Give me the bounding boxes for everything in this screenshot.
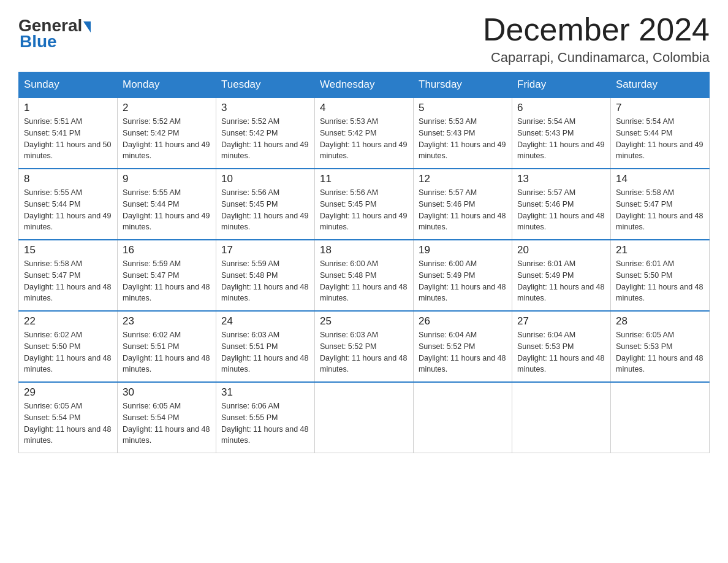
week-row-5: 29Sunrise: 6:05 AMSunset: 5:54 PMDayligh… <box>19 382 710 453</box>
month-title: December 2024 <box>483 12 710 47</box>
day-number: 20 <box>517 244 605 256</box>
day-info: Sunrise: 5:59 AMSunset: 5:47 PMDaylight:… <box>123 258 211 304</box>
week-row-2: 8Sunrise: 5:55 AMSunset: 5:44 PMDaylight… <box>19 169 710 240</box>
day-info: Sunrise: 5:52 AMSunset: 5:42 PMDaylight:… <box>123 116 211 162</box>
day-info: Sunrise: 6:05 AMSunset: 5:54 PMDaylight:… <box>123 400 211 446</box>
day-number: 17 <box>221 244 309 256</box>
day-number: 19 <box>419 244 507 256</box>
day-info: Sunrise: 6:00 AMSunset: 5:49 PMDaylight:… <box>419 258 507 304</box>
day-cell-31: 31Sunrise: 6:06 AMSunset: 5:55 PMDayligh… <box>216 382 315 453</box>
day-number: 31 <box>221 386 309 399</box>
day-number: 1 <box>24 102 112 114</box>
day-info: Sunrise: 6:03 AMSunset: 5:52 PMDaylight:… <box>320 329 408 375</box>
day-number: 29 <box>24 386 112 399</box>
day-cell-17: 17Sunrise: 5:59 AMSunset: 5:48 PMDayligh… <box>216 240 315 311</box>
day-cell-29: 29Sunrise: 6:05 AMSunset: 5:54 PMDayligh… <box>19 382 118 453</box>
title-block: December 2024 Caparrapi, Cundinamarca, C… <box>483 12 710 66</box>
day-cell-28: 28Sunrise: 6:05 AMSunset: 5:53 PMDayligh… <box>611 311 710 382</box>
day-cell-9: 9Sunrise: 5:55 AMSunset: 5:44 PMDaylight… <box>118 169 216 240</box>
day-info: Sunrise: 5:53 AMSunset: 5:42 PMDaylight:… <box>320 116 408 162</box>
day-cell-22: 22Sunrise: 6:02 AMSunset: 5:50 PMDayligh… <box>19 311 118 382</box>
logo: General Blue <box>18 17 91 52</box>
day-info: Sunrise: 5:54 AMSunset: 5:43 PMDaylight:… <box>517 116 605 162</box>
day-info: Sunrise: 5:51 AMSunset: 5:41 PMDaylight:… <box>24 116 112 162</box>
day-info: Sunrise: 5:58 AMSunset: 5:47 PMDaylight:… <box>616 187 704 233</box>
day-number: 24 <box>221 315 309 327</box>
day-info: Sunrise: 5:59 AMSunset: 5:48 PMDaylight:… <box>221 258 309 304</box>
day-header-saturday: Saturday <box>611 72 710 98</box>
day-header-thursday: Thursday <box>414 72 512 98</box>
day-info: Sunrise: 5:57 AMSunset: 5:46 PMDaylight:… <box>419 187 507 233</box>
day-header-sunday: Sunday <box>19 72 118 98</box>
day-cell-3: 3Sunrise: 5:52 AMSunset: 5:42 PMDaylight… <box>216 98 315 169</box>
day-info: Sunrise: 5:57 AMSunset: 5:46 PMDaylight:… <box>517 187 605 233</box>
day-cell-6: 6Sunrise: 5:54 AMSunset: 5:43 PMDaylight… <box>512 98 611 169</box>
calendar-table: SundayMondayTuesdayWednesdayThursdayFrid… <box>18 72 710 453</box>
day-number: 27 <box>517 315 605 327</box>
day-info: Sunrise: 6:02 AMSunset: 5:50 PMDaylight:… <box>24 329 112 375</box>
day-cell-21: 21Sunrise: 6:01 AMSunset: 5:50 PMDayligh… <box>611 240 710 311</box>
day-info: Sunrise: 5:56 AMSunset: 5:45 PMDaylight:… <box>320 187 408 233</box>
day-info: Sunrise: 6:06 AMSunset: 5:55 PMDaylight:… <box>221 400 309 446</box>
day-info: Sunrise: 6:04 AMSunset: 5:52 PMDaylight:… <box>419 329 507 375</box>
day-cell-13: 13Sunrise: 5:57 AMSunset: 5:46 PMDayligh… <box>512 169 611 240</box>
day-cell-1: 1Sunrise: 5:51 AMSunset: 5:41 PMDaylight… <box>19 98 118 169</box>
day-cell-5: 5Sunrise: 5:53 AMSunset: 5:43 PMDaylight… <box>414 98 512 169</box>
week-row-3: 15Sunrise: 5:58 AMSunset: 5:47 PMDayligh… <box>19 240 710 311</box>
day-info: Sunrise: 5:53 AMSunset: 5:43 PMDaylight:… <box>419 116 507 162</box>
day-info: Sunrise: 6:01 AMSunset: 5:49 PMDaylight:… <box>517 258 605 304</box>
day-number: 10 <box>221 173 309 185</box>
day-cell-8: 8Sunrise: 5:55 AMSunset: 5:44 PMDaylight… <box>19 169 118 240</box>
day-info: Sunrise: 6:05 AMSunset: 5:53 PMDaylight:… <box>616 329 704 375</box>
day-number: 5 <box>419 102 507 114</box>
day-cell-24: 24Sunrise: 6:03 AMSunset: 5:51 PMDayligh… <box>216 311 315 382</box>
day-number: 2 <box>123 102 211 114</box>
day-cell-7: 7Sunrise: 5:54 AMSunset: 5:44 PMDaylight… <box>611 98 710 169</box>
week-row-4: 22Sunrise: 6:02 AMSunset: 5:50 PMDayligh… <box>19 311 710 382</box>
day-number: 7 <box>616 102 704 114</box>
day-cell-27: 27Sunrise: 6:04 AMSunset: 5:53 PMDayligh… <box>512 311 611 382</box>
day-cell-20: 20Sunrise: 6:01 AMSunset: 5:49 PMDayligh… <box>512 240 611 311</box>
day-info: Sunrise: 6:00 AMSunset: 5:48 PMDaylight:… <box>320 258 408 304</box>
day-number: 18 <box>320 244 408 256</box>
day-cell-4: 4Sunrise: 5:53 AMSunset: 5:42 PMDaylight… <box>315 98 414 169</box>
day-number: 23 <box>123 315 211 327</box>
day-cell-26: 26Sunrise: 6:04 AMSunset: 5:52 PMDayligh… <box>414 311 512 382</box>
day-number: 6 <box>517 102 605 114</box>
day-number: 12 <box>419 173 507 185</box>
day-number: 11 <box>320 173 408 185</box>
page-header: General Blue December 2024 Caparrapi, Cu… <box>18 12 710 66</box>
logo-blue-text: Blue <box>20 32 57 52</box>
day-cell-30: 30Sunrise: 6:05 AMSunset: 5:54 PMDayligh… <box>118 382 216 453</box>
day-cell-14: 14Sunrise: 5:58 AMSunset: 5:47 PMDayligh… <box>611 169 710 240</box>
day-number: 14 <box>616 173 704 185</box>
day-headers-row: SundayMondayTuesdayWednesdayThursdayFrid… <box>19 72 710 98</box>
day-cell-15: 15Sunrise: 5:58 AMSunset: 5:47 PMDayligh… <box>19 240 118 311</box>
day-number: 30 <box>123 386 211 399</box>
day-cell-12: 12Sunrise: 5:57 AMSunset: 5:46 PMDayligh… <box>414 169 512 240</box>
empty-cell <box>315 382 414 453</box>
day-info: Sunrise: 5:55 AMSunset: 5:44 PMDaylight:… <box>123 187 211 233</box>
day-cell-25: 25Sunrise: 6:03 AMSunset: 5:52 PMDayligh… <box>315 311 414 382</box>
day-cell-16: 16Sunrise: 5:59 AMSunset: 5:47 PMDayligh… <box>118 240 216 311</box>
day-number: 15 <box>24 244 112 256</box>
day-header-wednesday: Wednesday <box>315 72 414 98</box>
day-info: Sunrise: 5:55 AMSunset: 5:44 PMDaylight:… <box>24 187 112 233</box>
location-title: Caparrapi, Cundinamarca, Colombia <box>483 50 710 66</box>
day-info: Sunrise: 6:05 AMSunset: 5:54 PMDaylight:… <box>24 400 112 446</box>
day-info: Sunrise: 6:03 AMSunset: 5:51 PMDaylight:… <box>221 329 309 375</box>
day-info: Sunrise: 6:04 AMSunset: 5:53 PMDaylight:… <box>517 329 605 375</box>
day-info: Sunrise: 5:54 AMSunset: 5:44 PMDaylight:… <box>616 116 704 162</box>
day-number: 16 <box>123 244 211 256</box>
day-info: Sunrise: 5:52 AMSunset: 5:42 PMDaylight:… <box>221 116 309 162</box>
logo-arrow-icon <box>83 21 91 33</box>
day-info: Sunrise: 5:58 AMSunset: 5:47 PMDaylight:… <box>24 258 112 304</box>
day-cell-11: 11Sunrise: 5:56 AMSunset: 5:45 PMDayligh… <box>315 169 414 240</box>
day-info: Sunrise: 6:01 AMSunset: 5:50 PMDaylight:… <box>616 258 704 304</box>
day-number: 9 <box>123 173 211 185</box>
day-number: 25 <box>320 315 408 327</box>
day-number: 13 <box>517 173 605 185</box>
empty-cell <box>414 382 512 453</box>
day-number: 26 <box>419 315 507 327</box>
empty-cell <box>611 382 710 453</box>
